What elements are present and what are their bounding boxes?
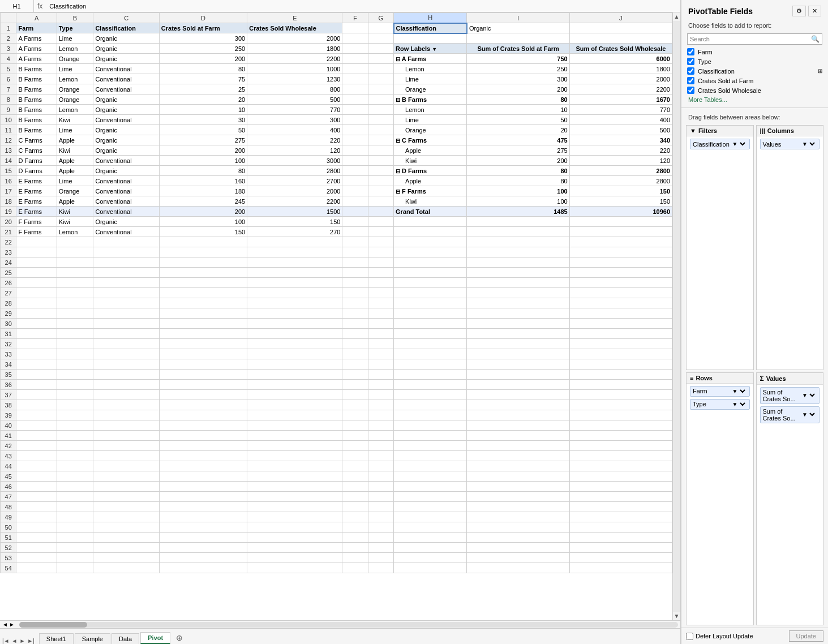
- table-row[interactable]: 43: [1, 451, 672, 461]
- cell-35-4[interactable]: [247, 370, 342, 380]
- cell-4-2[interactable]: Organic: [93, 54, 159, 64]
- row-header-39[interactable]: 39: [1, 410, 16, 420]
- pivot-search-box[interactable]: 🔍: [687, 33, 822, 45]
- row-header-11[interactable]: 11: [1, 125, 16, 135]
- cell-46-3[interactable]: [159, 482, 247, 492]
- cell-21-8[interactable]: [467, 227, 569, 237]
- table-row[interactable]: 15D FarmsAppleOrganic802800⊟ D Farms8028…: [1, 166, 672, 176]
- table-row[interactable]: 12C FarmsAppleOrganic275220⊟ C Farms4753…: [1, 135, 672, 145]
- cell-24-6[interactable]: [368, 257, 393, 268]
- cell-2-3[interactable]: 300: [159, 33, 247, 44]
- cell-16-5[interactable]: [342, 176, 368, 186]
- cell-8-3[interactable]: 20: [159, 95, 247, 105]
- values-item-1[interactable]: Sum of Crates So... ▼: [760, 406, 820, 423]
- cell-36-9[interactable]: [569, 380, 672, 390]
- cell-47-1[interactable]: [57, 492, 93, 502]
- cell-18-8[interactable]: 100: [467, 196, 569, 207]
- cell-42-1[interactable]: [57, 441, 93, 451]
- cell-10-7[interactable]: Lime: [394, 115, 467, 125]
- table-row[interactable]: 18E FarmsAppleConventional2452200Kiwi100…: [1, 196, 672, 207]
- cell-54-8[interactable]: [467, 563, 569, 573]
- cell-30-6[interactable]: [368, 319, 393, 329]
- cell-35-7[interactable]: [394, 370, 467, 380]
- cell-43-8[interactable]: [467, 451, 569, 461]
- cell-36-4[interactable]: [247, 380, 342, 390]
- cell-34-8[interactable]: [467, 359, 569, 370]
- row-header-8[interactable]: 8: [1, 95, 16, 105]
- cell-12-9[interactable]: 340: [569, 135, 672, 145]
- cell-37-6[interactable]: [368, 390, 393, 400]
- cell-10-4[interactable]: 300: [247, 115, 342, 125]
- cell-51-2[interactable]: [93, 533, 159, 543]
- cell-41-9[interactable]: [569, 431, 672, 441]
- cell-9-6[interactable]: [368, 105, 393, 115]
- cell-48-9[interactable]: [569, 502, 672, 512]
- cell-53-6[interactable]: [368, 553, 393, 563]
- table-row[interactable]: 3A FarmsLemonOrganic2501800Row Labels ▼S…: [1, 44, 672, 54]
- cell-48-0[interactable]: [16, 502, 57, 512]
- cell-9-3[interactable]: 10: [159, 105, 247, 115]
- cell-52-1[interactable]: [57, 543, 93, 553]
- cell-40-4[interactable]: [247, 420, 342, 431]
- cell-28-1[interactable]: [57, 298, 93, 308]
- cell-22-4[interactable]: [247, 237, 342, 247]
- cell-22-1[interactable]: [57, 237, 93, 247]
- cell-32-3[interactable]: [159, 339, 247, 349]
- table-row[interactable]: 24: [1, 257, 672, 268]
- cell-29-5[interactable]: [342, 308, 368, 319]
- cell-42-2[interactable]: [93, 441, 159, 451]
- rows-item-0[interactable]: Farm ▼: [690, 386, 750, 397]
- cell-4-4[interactable]: 2200: [247, 54, 342, 64]
- cell-29-8[interactable]: [467, 308, 569, 319]
- cell-6-2[interactable]: Conventional: [93, 74, 159, 84]
- cell-52-5[interactable]: [342, 543, 368, 553]
- cell-18-7[interactable]: Kiwi: [394, 196, 467, 207]
- cell-26-7[interactable]: [394, 278, 467, 288]
- cell-8-2[interactable]: Organic: [93, 95, 159, 105]
- cell-22-5[interactable]: [342, 237, 368, 247]
- cell-6-8[interactable]: 300: [467, 74, 569, 84]
- cell-28-8[interactable]: [467, 298, 569, 308]
- cell-12-2[interactable]: Organic: [93, 135, 159, 145]
- cell-35-8[interactable]: [467, 370, 569, 380]
- cell-44-5[interactable]: [342, 461, 368, 471]
- cell-52-4[interactable]: [247, 543, 342, 553]
- cell-34-4[interactable]: [247, 359, 342, 370]
- row-header-22[interactable]: 22: [1, 237, 16, 247]
- col-header-E[interactable]: E: [247, 13, 342, 23]
- cell-20-2[interactable]: Organic: [93, 217, 159, 227]
- cell-54-0[interactable]: [16, 563, 57, 573]
- cell-28-2[interactable]: [93, 298, 159, 308]
- cell-9-1[interactable]: Lemon: [57, 105, 93, 115]
- cell-44-2[interactable]: [93, 461, 159, 471]
- cell-37-0[interactable]: [16, 390, 57, 400]
- cell-29-6[interactable]: [368, 308, 393, 319]
- cell-53-4[interactable]: [247, 553, 342, 563]
- cell-9-2[interactable]: Organic: [93, 105, 159, 115]
- table-row[interactable]: 30: [1, 319, 672, 329]
- cell-11-2[interactable]: Organic: [93, 125, 159, 135]
- cell-53-5[interactable]: [342, 553, 368, 563]
- cell-33-1[interactable]: [57, 349, 93, 359]
- update-button[interactable]: Update: [789, 630, 823, 642]
- table-row[interactable]: 9B FarmsLemonOrganic10770Lemon10770: [1, 105, 672, 115]
- row-header-12[interactable]: 12: [1, 135, 16, 145]
- cell-37-7[interactable]: [394, 390, 467, 400]
- cell-40-7[interactable]: [394, 420, 467, 431]
- cell-6-1[interactable]: Lemon: [57, 74, 93, 84]
- cell-13-1[interactable]: Kiwi: [57, 145, 93, 156]
- cell-21-5[interactable]: [342, 227, 368, 237]
- cell-49-6[interactable]: [368, 512, 393, 522]
- row-header-3[interactable]: 3: [1, 44, 16, 54]
- cell-23-9[interactable]: [569, 247, 672, 257]
- cell-4-3[interactable]: 200: [159, 54, 247, 64]
- cell-17-7[interactable]: ⊟ F Farms: [394, 186, 467, 196]
- cell-12-8[interactable]: 475: [467, 135, 569, 145]
- cell-13-9[interactable]: 220: [569, 145, 672, 156]
- cell-15-7[interactable]: ⊟ D Farms: [394, 166, 467, 176]
- cell-4-9[interactable]: 6000: [569, 54, 672, 64]
- cell-30-7[interactable]: [394, 319, 467, 329]
- cell-32-2[interactable]: [93, 339, 159, 349]
- cell-38-1[interactable]: [57, 400, 93, 410]
- cell-19-0[interactable]: E Farms: [16, 207, 57, 217]
